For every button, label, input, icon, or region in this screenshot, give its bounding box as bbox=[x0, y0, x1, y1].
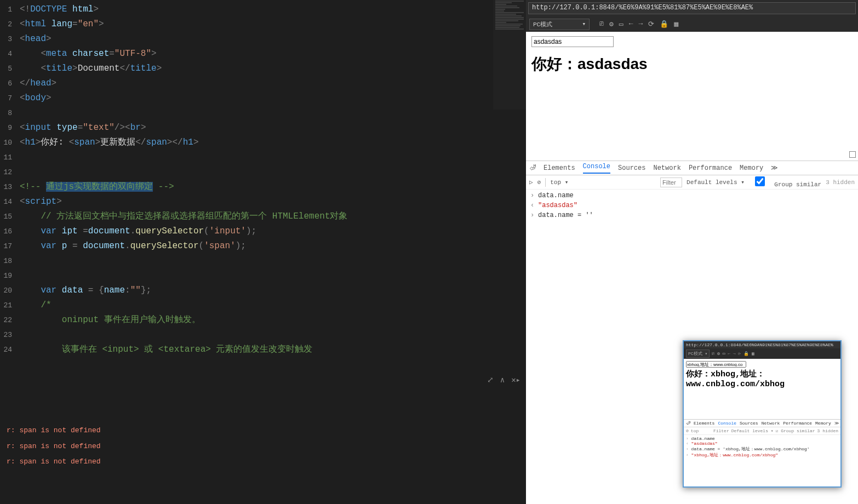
overlay-input bbox=[686, 361, 746, 368]
editor-pane: 123456789101112131415161718192021222324 … bbox=[0, 0, 526, 504]
devtools: ⮰ ElementsConsoleSourcesNetworkPerforman… bbox=[526, 161, 858, 504]
hidden-count: 3 hidden bbox=[826, 179, 855, 186]
page-text-input[interactable] bbox=[531, 36, 614, 47]
overlay-mode: PC模式 ▾ bbox=[686, 350, 710, 358]
clear-icon[interactable]: ⊘ bbox=[537, 179, 541, 186]
panel-toolbar: ⤢ ∧ ✕▸ bbox=[487, 375, 526, 385]
overlay-heading: 你好：xbhog,地址：www.cnblog.com/xbhog bbox=[686, 370, 838, 390]
refresh-icon[interactable]: ⟳ bbox=[648, 20, 654, 28]
play-icon[interactable]: ▷ bbox=[529, 179, 533, 186]
gutter: 123456789101112131415161718192021222324 bbox=[0, 0, 16, 416]
terminal-panel[interactable]: r: span is not definedr: span is not def… bbox=[0, 416, 526, 504]
devtools-tabs: ⮰ ElementsConsoleSourcesNetworkPerforman… bbox=[526, 161, 858, 175]
heading-value: asdasdas bbox=[577, 55, 648, 72]
mode-select[interactable]: PC模式▾ bbox=[529, 19, 590, 30]
tab-network[interactable]: Network bbox=[653, 164, 680, 172]
tablet-icon[interactable]: ▭ bbox=[619, 20, 624, 28]
tab-console[interactable]: Console bbox=[583, 163, 610, 174]
context-select[interactable]: top ▾ bbox=[550, 179, 568, 186]
minimap[interactable] bbox=[493, 0, 526, 110]
device-icon[interactable]: ⎚ bbox=[599, 20, 604, 28]
page-preview: 你好：asdasdas bbox=[526, 32, 858, 161]
group-checkbox[interactable]: Group similar bbox=[749, 176, 821, 188]
console-output[interactable]: ›data.name‹"asdasdas"›data.name = '' htt… bbox=[526, 190, 858, 504]
undock-icon[interactable] bbox=[849, 151, 856, 158]
qr-icon[interactable]: ▦ bbox=[674, 20, 678, 28]
inspect-icon[interactable]: ⮰ bbox=[529, 164, 536, 172]
close-icon[interactable]: ✕▸ bbox=[511, 375, 520, 385]
tab-sources[interactable]: Sources bbox=[618, 164, 645, 172]
code-content[interactable]: <!DOCTYPE html><html lang="en"><head> <m… bbox=[16, 0, 526, 416]
mode-label: PC模式 bbox=[533, 20, 552, 28]
url-bar[interactable]: http://127.0.0.1:8848/%E6%9A%91%E5%81%87… bbox=[528, 2, 856, 14]
page-heading: 你好：asdasdas bbox=[531, 54, 853, 75]
tab-elements[interactable]: Elements bbox=[544, 164, 575, 172]
levels-select[interactable]: Default levels ▾ bbox=[687, 179, 745, 186]
overlay-preview: http://127.0.0.1:8848/%E6%9A%91%E5%81%87… bbox=[683, 340, 842, 488]
filter-input[interactable] bbox=[660, 177, 682, 187]
lock-icon[interactable]: 🔒 bbox=[660, 20, 668, 28]
console-toolbar: ▷ ⊘ top ▾ Default levels ▾ Group similar… bbox=[526, 175, 858, 190]
heading-prefix: 你好： bbox=[531, 55, 577, 72]
forward-icon[interactable]: → bbox=[638, 20, 643, 28]
tab-performance[interactable]: Performance bbox=[689, 164, 732, 172]
maximize-icon[interactable]: ⤢ bbox=[487, 375, 494, 385]
collapse-icon[interactable]: ∧ bbox=[500, 375, 505, 385]
tab-memory[interactable]: Memory bbox=[740, 164, 763, 172]
code-area: 123456789101112131415161718192021222324 … bbox=[0, 0, 526, 416]
gear-icon[interactable]: ⚙ bbox=[609, 20, 614, 28]
browser-chrome: http://127.0.0.1:8848/%E6%9A%91%E5%81%87… bbox=[526, 0, 858, 32]
chevron-down-icon: ▾ bbox=[582, 20, 586, 28]
more-icon[interactable]: ≫ bbox=[771, 164, 778, 172]
browser-toolbar: PC模式▾ ⎚ ⚙ ▭ ← → ⟳ 🔒 ▦ bbox=[526, 16, 858, 32]
back-icon[interactable]: ← bbox=[629, 20, 633, 28]
overlay-url: http://127.0.0.1:8848/%E6%9A%91%E5%81%87… bbox=[684, 341, 840, 348]
browser-pane: http://127.0.0.1:8848/%E6%9A%91%E5%81%87… bbox=[526, 0, 858, 504]
